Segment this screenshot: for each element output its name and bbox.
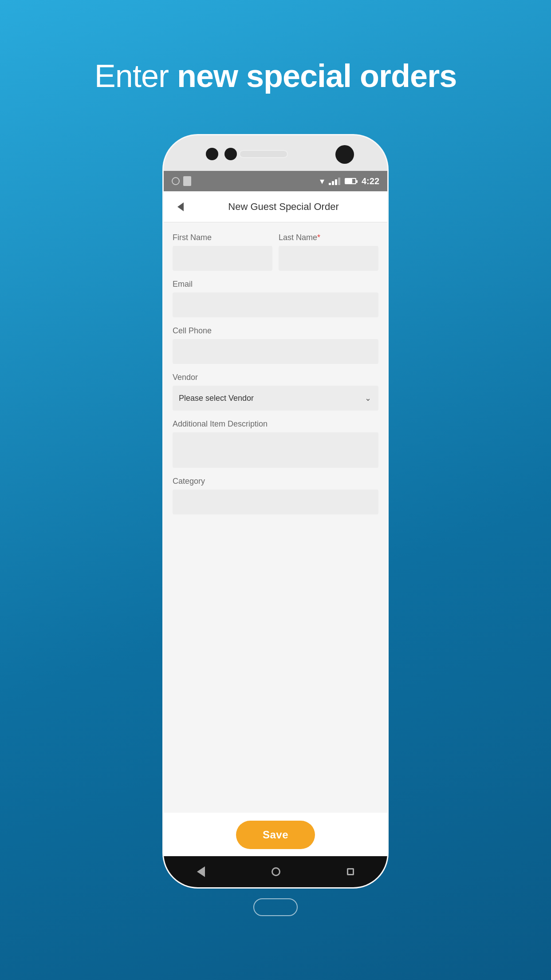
first-name-group: First Name bbox=[173, 233, 272, 271]
cell-phone-input[interactable] bbox=[173, 339, 378, 364]
vendor-select-wrapper: Please select Vendor Vendor A Vendor B V… bbox=[173, 386, 378, 411]
back-button[interactable] bbox=[173, 199, 189, 215]
front-camera bbox=[335, 145, 354, 164]
android-recent-icon[interactable] bbox=[347, 868, 354, 875]
additional-item-group: Additional Item Description bbox=[173, 419, 378, 468]
vendor-group: Vendor Please select Vendor Vendor A Ven… bbox=[173, 373, 378, 411]
form-area: First Name Last Name* Email Cell Phone bbox=[164, 222, 387, 813]
vendor-select[interactable]: Please select Vendor Vendor A Vendor B V… bbox=[173, 386, 378, 411]
battery-icon bbox=[345, 178, 356, 184]
android-nav-bar bbox=[164, 856, 387, 887]
phone-home-button[interactable] bbox=[253, 898, 298, 916]
camera-dots bbox=[206, 148, 237, 160]
signal-icon bbox=[329, 177, 340, 185]
wifi-icon: ▾ bbox=[320, 176, 324, 186]
category-input[interactable] bbox=[173, 490, 378, 514]
page-title: Enter new special orders bbox=[94, 58, 457, 94]
status-circle-icon bbox=[172, 177, 180, 185]
first-name-input[interactable] bbox=[173, 246, 272, 271]
sim-icon bbox=[183, 176, 191, 186]
phone-top-bar bbox=[164, 135, 387, 171]
signal-bar-3 bbox=[335, 179, 337, 185]
vendor-label: Vendor bbox=[173, 373, 378, 382]
signal-bar-1 bbox=[329, 183, 331, 185]
name-row: First Name Last Name* bbox=[173, 233, 378, 271]
status-bar: ▾ 4:22 bbox=[164, 171, 387, 191]
status-right: ▾ 4:22 bbox=[320, 176, 379, 186]
email-input[interactable] bbox=[173, 292, 378, 317]
app-content: New Guest Special Order First Name Last … bbox=[164, 191, 387, 887]
battery-fill bbox=[346, 179, 352, 183]
last-name-input[interactable] bbox=[279, 246, 378, 271]
camera-dot-1 bbox=[206, 148, 218, 160]
phone-mockup: ▾ 4:22 New Guest Special Order bbox=[162, 134, 389, 889]
additional-item-input[interactable] bbox=[173, 432, 378, 468]
additional-item-label: Additional Item Description bbox=[173, 419, 378, 429]
last-name-label: Last Name* bbox=[279, 233, 378, 242]
signal-bar-2 bbox=[332, 181, 334, 185]
email-group: Email bbox=[173, 280, 378, 317]
save-button-row: Save bbox=[164, 813, 387, 856]
cell-phone-group: Cell Phone bbox=[173, 326, 378, 364]
last-name-group: Last Name* bbox=[279, 233, 378, 271]
back-chevron-icon bbox=[177, 202, 184, 211]
screen-title: New Guest Special Order bbox=[189, 201, 378, 213]
first-name-label: First Name bbox=[173, 233, 272, 242]
status-left bbox=[172, 176, 191, 186]
category-label: Category bbox=[173, 477, 378, 486]
signal-bar-4 bbox=[338, 178, 340, 185]
app-header: New Guest Special Order bbox=[164, 191, 387, 222]
cell-phone-label: Cell Phone bbox=[173, 326, 378, 336]
required-star: * bbox=[317, 233, 320, 242]
status-time: 4:22 bbox=[362, 176, 379, 186]
camera-dot-2 bbox=[224, 148, 237, 160]
android-back-icon[interactable] bbox=[197, 866, 205, 877]
phone-speaker bbox=[239, 150, 288, 158]
save-button[interactable]: Save bbox=[236, 821, 315, 849]
android-home-icon[interactable] bbox=[272, 867, 280, 876]
email-label: Email bbox=[173, 280, 378, 289]
category-group: Category bbox=[173, 477, 378, 514]
